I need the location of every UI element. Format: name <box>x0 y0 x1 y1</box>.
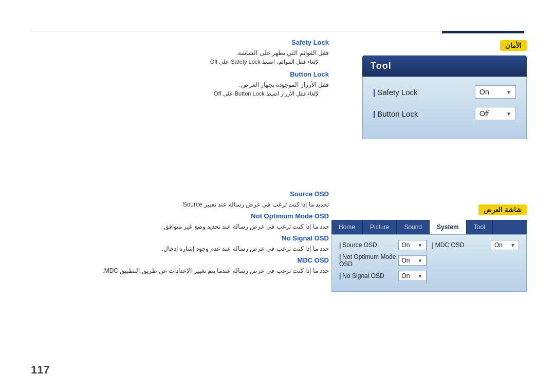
mdc-osd-row: MDC OSD On ▼ <box>432 240 520 250</box>
source-osd-row: Source OSD On ▼ <box>339 240 427 250</box>
display-body: Source OSD On ▼ Not Optimum Mode OSD On … <box>331 234 527 292</box>
safety-lock-sub: لإلغاء قفل القوائم، اضبط Safety Lock على… <box>31 59 329 65</box>
section2-content: Source OSD تحديد ما إذا كنت ترغب في عرض … <box>31 190 329 276</box>
no-signal-bullet: حدد ما إذا كنت ترغب في عرض رسالة عند عدم… <box>31 245 329 252</box>
no-signal-val: On <box>402 272 410 279</box>
no-signal-row: No Signal OSD On ▼ <box>339 271 427 281</box>
not-optimum-row: Not Optimum Mode OSD On ▼ <box>339 253 427 268</box>
not-optimum-label: Not Optimum Mode OSD <box>339 253 398 268</box>
tab-tool[interactable]: Tool <box>467 220 493 234</box>
tool-panel-header: Tool <box>362 55 527 77</box>
button-lock-arrow: ▼ <box>506 111 511 117</box>
safety-lock-arrow: ▼ <box>506 89 511 95</box>
safety-lock-value: On <box>479 88 489 96</box>
not-optimum-title: Not Optimum Mode OSD <box>31 212 329 220</box>
source-osd-select[interactable]: On ▼ <box>398 240 427 250</box>
safety-lock-title: Safety Lock <box>31 39 329 46</box>
display-panel: Home Picture Sound System Tool Source OS… <box>331 220 527 292</box>
display-col2: MDC OSD On ▼ <box>427 240 520 284</box>
source-osd-arrow: ▼ <box>418 242 423 248</box>
top-rule-accent <box>442 31 524 33</box>
section1-badge: الأمان <box>500 40 527 51</box>
not-optimum-select[interactable]: On ▼ <box>398 255 427 266</box>
no-signal-select[interactable]: On ▼ <box>398 271 427 281</box>
safety-lock-select[interactable]: On ▼ <box>475 85 516 99</box>
button-lock-bullet: قفل الأزرار الموجودة بجهاز العرض. <box>31 81 329 88</box>
tab-home[interactable]: Home <box>331 220 363 234</box>
tool-panel: Tool Safety Lock On ▼ Button Lock Off ▼ <box>362 55 527 139</box>
tab-picture[interactable]: Picture <box>363 220 397 234</box>
not-optimum-arrow: ▼ <box>418 258 423 264</box>
display-columns: Source OSD On ▼ Not Optimum Mode OSD On … <box>339 240 519 284</box>
source-osd-bullet: تحديد ما إذا كنت ترغب في عرض رسالة عند ت… <box>31 201 329 208</box>
button-lock-title: Button Lock <box>31 70 329 78</box>
safety-lock-bullet: قفل القوائم التي تظهر على الشاشة. <box>31 49 329 57</box>
mdc-osd-arrow: ▼ <box>510 242 515 248</box>
page-number: 117 <box>31 363 50 377</box>
button-lock-row: Button Lock Off ▼ <box>373 107 516 120</box>
mdc-osd-label: MDC OSD <box>432 241 465 249</box>
display-col1: Source OSD On ▼ Not Optimum Mode OSD On … <box>339 240 427 284</box>
tab-system[interactable]: System <box>430 220 467 234</box>
mdc-osd-select[interactable]: On ▼ <box>491 240 519 250</box>
no-signal-title: No Signal OSD <box>31 234 329 242</box>
no-signal-arrow: ▼ <box>418 273 423 279</box>
tab-sound[interactable]: Sound <box>397 220 430 234</box>
section2-badge: شاشة العرض <box>478 204 527 215</box>
section1-content: Safety Lock قفل القوائم التي تظهر على ال… <box>31 39 329 102</box>
button-lock-value: Off <box>479 109 489 118</box>
not-optimum-bullet: حدد ما إذا كنت ترغب في عرض رسالة عند تحد… <box>31 223 329 230</box>
safety-lock-row: Safety Lock On ▼ <box>373 85 516 99</box>
no-signal-label: No Signal OSD <box>339 272 384 279</box>
source-osd-label: Source OSD <box>339 241 377 249</box>
button-lock-select[interactable]: Off ▼ <box>475 107 516 120</box>
not-optimum-val: On <box>402 257 410 264</box>
button-lock-sub: لإلغاء قفل الأزرار اضبط Button Lock على … <box>31 90 329 97</box>
mdc-osd-bullet: حدد ما إذا كنت ترغب في عرض رسالة عندما ي… <box>31 267 329 274</box>
source-osd-val: On <box>402 241 410 249</box>
source-osd-title: Source OSD <box>31 190 329 198</box>
mdc-osd-title: MDC OSD <box>31 256 329 264</box>
display-nav-tabs: Home Picture Sound System Tool <box>331 220 527 234</box>
button-lock-row-label: Button Lock <box>373 109 418 118</box>
mdc-osd-val: On <box>494 241 503 249</box>
tool-panel-body: Safety Lock On ▼ Button Lock Off ▼ <box>362 77 527 139</box>
safety-lock-row-label: Safety Lock <box>373 88 418 97</box>
